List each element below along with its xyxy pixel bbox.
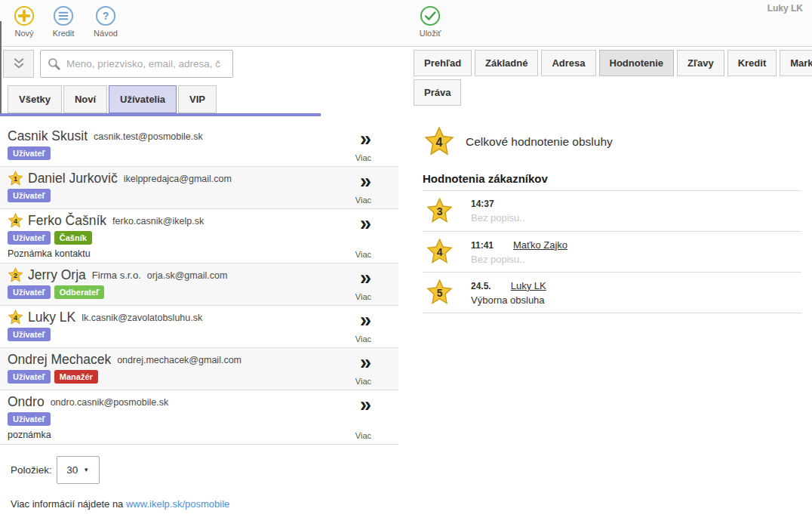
contact-badges: UžívateľManažér [8, 370, 349, 384]
detail-tabs-row-2: Práva [414, 76, 812, 106]
contact-title-line: 2 Jerry Orja Firma s.r.o. orja.sk@gmail.… [8, 267, 349, 283]
contact-email: ikelppredajca@gmail.com [124, 174, 232, 184]
detail-panel: Prehľad Základné Adresa Hodnotenie Zľavy… [414, 48, 812, 313]
contact-name: Ondro [8, 394, 45, 410]
contact-row[interactable]: 4 Luky LK lk.casnik@zavolatobsluhu.sk Už… [0, 306, 398, 348]
more-label[interactable]: Viac [355, 377, 371, 386]
overall-rating-label: Celkové hodnotenie obsluhy [466, 135, 613, 149]
expand-contact-button[interactable]: » [360, 353, 370, 373]
collapse-filters-button[interactable] [3, 50, 34, 78]
tab-zakladne[interactable]: Základné [475, 50, 538, 76]
rating-star-icon: 4 [8, 310, 23, 325]
contact-note: poznámka [8, 430, 349, 440]
footer-link[interactable]: www.ikelp.sk/posmobile [126, 498, 229, 510]
contact-badge: Užívateľ [8, 146, 51, 160]
review-author-link[interactable]: Luky LK [511, 280, 546, 291]
expand-contact-button[interactable]: » [360, 171, 370, 192]
tab-kredit[interactable]: Kredit [727, 50, 777, 76]
new-button-label: Nový [5, 29, 43, 38]
contact-badges: Užívateľ [8, 146, 349, 160]
review-content: 24.5. Luky LK Výborna obsluha [471, 280, 546, 306]
credit-button-label: Kredit [45, 29, 82, 38]
items-per-page-label: Položiek: [11, 464, 52, 476]
contact-row[interactable]: Ondro ondro.casnik@posmobile.sk Užívateľ… [0, 390, 398, 445]
detail-tabs-row-1: Prehľad Základné Adresa Hodnotenie Zľavy… [414, 48, 812, 76]
search-icon [47, 57, 61, 71]
contact-badges: Užívateľ [8, 328, 349, 341]
contact-email: lk.casnik@zavolatobsluhu.sk [82, 313, 202, 323]
expand-contact-button[interactable]: » [360, 268, 370, 288]
contact-badges: Užívateľ [8, 412, 349, 426]
tab-hodnotenie[interactable]: Hodnotenie [599, 50, 675, 76]
contact-title-line: Ondrej Mechacek ondrej.mechacek@gmail.co… [8, 352, 349, 368]
expand-contact-button[interactable]: » [360, 214, 370, 234]
more-label[interactable]: Viac [355, 250, 371, 259]
contact-title-line: Ondro ondro.casnik@posmobile.sk [8, 394, 349, 410]
review-description: Bez popisu.. [471, 254, 567, 265]
tab-vip[interactable]: VIP [178, 85, 217, 113]
tab-prava[interactable]: Práva [414, 79, 461, 106]
active-tab-underline [0, 113, 321, 116]
contact-badge: Užívateľ [8, 328, 51, 341]
review-content: 11:41 Maťko Zajko Bez popisu.. [471, 239, 567, 265]
tab-adresa[interactable]: Adresa [541, 50, 595, 76]
contact-badges: Užívateľ [8, 189, 349, 202]
contact-title-line: 4 Ferko Čašník ferko.casnik@ikelp.sk [8, 213, 349, 229]
contact-badge: Užívateľ [8, 231, 51, 245]
contact-row[interactable]: Casnik Skusit casnik.test@posmobile.sk U… [0, 125, 398, 167]
contact-title-line: 4 Luky LK lk.casnik@zavolatobsluhu.sk [8, 310, 349, 325]
guide-button[interactable]: ? Návod [87, 5, 125, 38]
review-row: 5 24.5. Luky LK Výborna obsluha [423, 273, 801, 313]
contact-title-line: Casnik Skusit casnik.test@posmobile.sk [8, 128, 349, 144]
more-label[interactable]: Viac [355, 292, 371, 301]
contact-name: Luky LK [28, 310, 75, 325]
contact-email: ondrej.mechacek@gmail.com [117, 355, 241, 365]
rating-star-icon: 1 [8, 171, 23, 186]
rating-star-icon: 5 [426, 279, 453, 306]
more-label[interactable]: Viac [355, 196, 371, 205]
contact-email: casnik.test@posmobile.sk [94, 131, 203, 142]
overall-rating-value: 4 [436, 136, 443, 149]
search-row [0, 48, 408, 78]
svg-text:4: 4 [14, 217, 18, 225]
review-author-link[interactable]: Maťko Zajko [513, 239, 567, 251]
credit-button[interactable]: Kredit [45, 5, 82, 38]
contact-row[interactable]: 1 Daniel Jurkovič ikelppredajca@gmail.co… [0, 167, 398, 209]
more-label[interactable]: Viac [355, 431, 371, 440]
contact-name: Ondrej Mechacek [8, 352, 111, 368]
expand-contact-button[interactable]: » [360, 395, 370, 415]
contact-badge: Odberateľ [54, 285, 105, 299]
save-button[interactable]: Uložiť [411, 5, 449, 38]
contact-title-line: 1 Daniel Jurkovič ikelppredajca@gmail.co… [8, 171, 349, 186]
rating-star-icon: 2 [8, 267, 23, 283]
plus-circle-icon [13, 5, 35, 27]
new-button[interactable]: Nový [5, 5, 43, 38]
contact-badge: Užívateľ [8, 370, 51, 384]
review-description: Výborna obsluha [471, 294, 546, 306]
contact-row[interactable]: Ondrej Mechacek ondrej.mechacek@gmail.co… [0, 348, 398, 390]
tab-uzivatelia[interactable]: Užívatelia [109, 85, 177, 113]
expand-contact-button[interactable]: » [360, 129, 370, 149]
contact-company: Firma s.r.o. [92, 270, 141, 281]
tab-novi[interactable]: Noví [63, 85, 107, 113]
more-label[interactable]: Viac [355, 153, 371, 162]
expand-contact-button[interactable]: » [360, 310, 370, 331]
svg-text:?: ? [103, 10, 109, 22]
svg-text:3: 3 [437, 205, 443, 217]
svg-text:2: 2 [14, 272, 17, 279]
tab-zlavy[interactable]: Zľavy [677, 50, 724, 76]
contact-email: ferko.casnik@ikelp.sk [112, 216, 204, 227]
menu-lines-circle-icon [52, 5, 75, 27]
tab-prehlad[interactable]: Prehľad [414, 50, 472, 76]
contact-badge: Užívateľ [8, 285, 51, 299]
tab-vsetky[interactable]: Všetky [8, 85, 62, 113]
tab-marketing[interactable]: Marketing [780, 50, 812, 76]
search-input[interactable] [66, 58, 226, 69]
items-per-page-select[interactable]: 30 ▼ [57, 456, 100, 484]
contact-row[interactable]: 2 Jerry Orja Firma s.r.o. orja.sk@gmail.… [0, 264, 398, 306]
items-per-page-value: 30 [66, 464, 78, 476]
contact-note: Poznámka kontaktu [8, 248, 349, 259]
contact-row[interactable]: 4 Ferko Čašník ferko.casnik@ikelp.sk Uží… [0, 209, 398, 264]
more-label[interactable]: Viac [355, 334, 371, 344]
contact-name: Jerry Orja [28, 267, 86, 283]
